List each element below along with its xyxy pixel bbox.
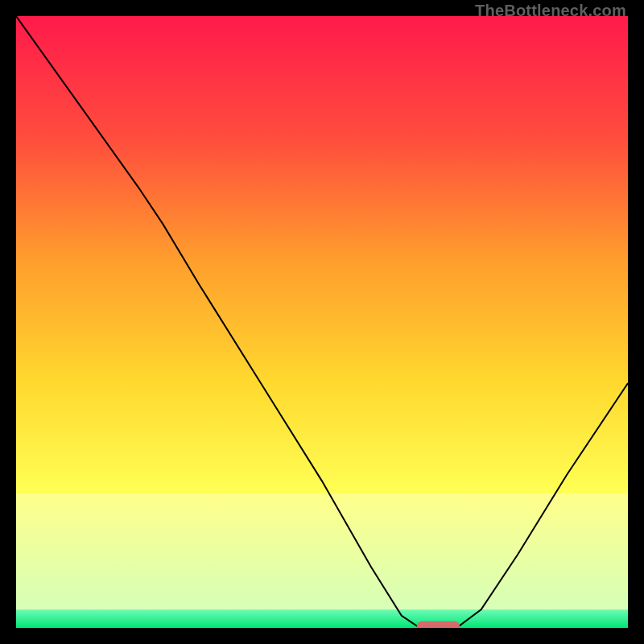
pale-band [16,493,628,609]
bottleneck-chart [16,16,628,628]
optimal-marker [417,621,460,628]
chart-frame [16,16,628,628]
